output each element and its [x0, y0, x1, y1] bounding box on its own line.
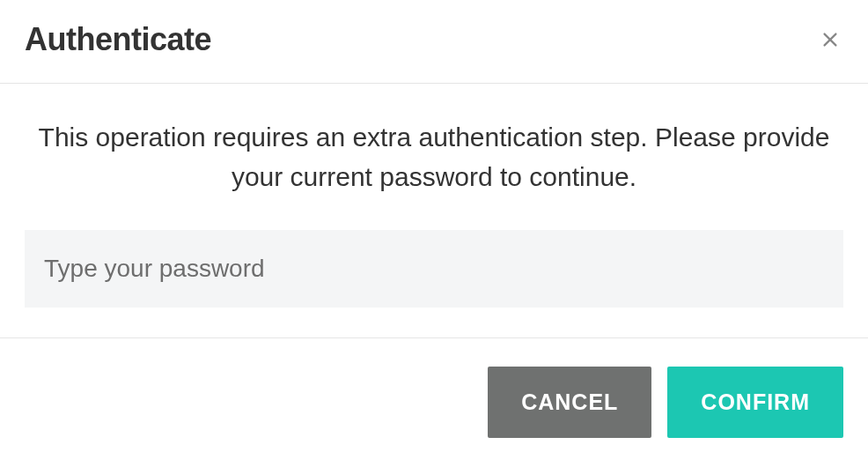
cancel-button[interactable]: CANCEL [488, 367, 651, 438]
authenticate-dialog: Authenticate This operation requires an … [0, 0, 868, 467]
close-button[interactable] [817, 26, 843, 53]
confirm-button[interactable]: CONFIRM [667, 367, 843, 438]
dialog-footer: CANCEL CONFIRM [0, 338, 868, 466]
dialog-header: Authenticate [0, 0, 868, 84]
dialog-body: This operation requires an extra authent… [0, 84, 868, 338]
close-icon [820, 30, 840, 49]
dialog-message: This operation requires an extra authent… [25, 117, 843, 196]
dialog-title: Authenticate [25, 21, 211, 58]
password-input[interactable] [25, 230, 843, 308]
